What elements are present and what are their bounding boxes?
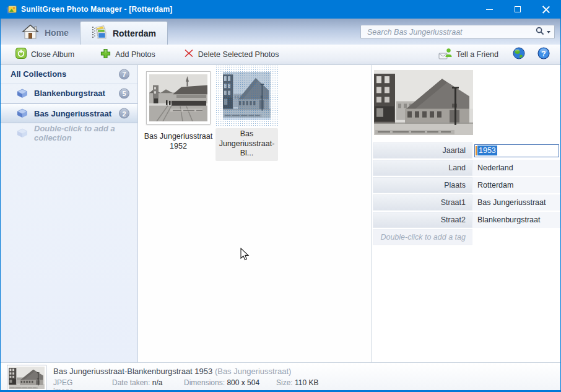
tag-value: Bas Jungeriusstraat (472, 194, 560, 211)
selection-overlay (215, 65, 278, 126)
date-taken-label: Date taken: (112, 378, 150, 387)
tag-table: Jaartal 1953 Land Nederland Plaats Rotte… (373, 142, 560, 246)
photo-1952-image (146, 71, 211, 124)
collections-sidebar: All Collections 7 Blankenburgstraat 5 (1, 65, 138, 362)
svg-text:?: ? (541, 50, 546, 58)
tag-name: Straat2 (373, 212, 472, 228)
minimize-button[interactable] (475, 0, 503, 19)
add-tag-hint-label: Double-click to add a tag (373, 229, 472, 245)
add-photos-button[interactable]: Add Photos (94, 46, 162, 64)
tag-value: Rotterdam (472, 177, 560, 193)
tag-name: Jaartal (373, 142, 472, 159)
home-icon (22, 24, 39, 42)
tag-row-straat1[interactable]: Straat1 Bas Jungeriusstraat (373, 194, 560, 211)
search-input[interactable] (367, 28, 536, 37)
close-album-label: Close Album (31, 50, 74, 59)
photo-thumbnail-1952[interactable]: Bas Jungeriusstraat 1952 (142, 71, 215, 151)
album-icon (92, 25, 107, 42)
delete-x-icon (184, 48, 194, 61)
tag-row-straat2[interactable]: Straat2 Blankenburgstraat (373, 212, 560, 228)
photo-1952-label: Bas Jungeriusstraat 1952 (142, 132, 215, 151)
add-photos-label: Add Photos (115, 50, 155, 59)
tell-a-friend-label: Tell a Friend (456, 50, 498, 59)
photo-1953-label: Bas Jungeriusstraat-Bl... (215, 128, 278, 161)
help-icon: ? (537, 47, 550, 62)
photo-grid: Bas Jungeriusstraat 1952 Bas Jungeriusst… (138, 65, 372, 362)
date-taken-value: n/a (152, 378, 163, 387)
status-collection-name: (Bas Jungeriusstraat) (215, 367, 292, 376)
search-box (360, 25, 555, 39)
collection-label: Blankenburgstraat (34, 89, 105, 98)
sidebar-item-bas-jungeriusstraat[interactable]: Bas Jungeriusstraat 2 (1, 103, 137, 123)
status-thumbnail-image (7, 365, 46, 391)
collection-icon (17, 89, 28, 98)
size-value: 110 KB (295, 378, 318, 387)
photo-thumbnail-1953-selected[interactable]: Bas Jungeriusstraat-Bl... (215, 65, 278, 161)
collection-icon-faded (17, 128, 28, 138)
toolbar: Close Album Add Photos Delete Selected P… (1, 45, 560, 65)
size-label: Size: (276, 378, 293, 387)
photo-details-panel: Jaartal 1953 Land Nederland Plaats Rotte… (372, 65, 560, 362)
tab-bar: Home Rotterdam (1, 19, 560, 45)
photo-preview-image (374, 70, 473, 137)
add-tag-hint-row[interactable]: Double-click to add a tag (373, 229, 560, 245)
sidebar-item-blankenburgstraat[interactable]: Blankenburgstraat 5 (1, 84, 137, 103)
tab-home[interactable]: Home (11, 21, 80, 45)
add-collection-hint-label: Double-click to add a collection (34, 124, 137, 142)
close-button[interactable] (532, 0, 560, 19)
status-format: JPEG image (53, 378, 74, 392)
maximize-icon (515, 6, 521, 12)
count-badge: 5 (119, 88, 129, 98)
tag-name: Straat1 (373, 194, 472, 211)
tab-rotterdam-label: Rotterdam (113, 28, 156, 38)
tab-home-label: Home (45, 28, 69, 38)
mouse-cursor (240, 248, 250, 264)
edit-caret (476, 146, 477, 155)
globe-icon (513, 47, 525, 62)
selected-text: 1953 (477, 146, 497, 155)
delete-selected-photos-button[interactable]: Delete Selected Photos (178, 46, 285, 63)
tab-rotterdam[interactable]: Rotterdam (80, 21, 168, 45)
help-button[interactable]: ? (533, 45, 554, 64)
web-button[interactable] (508, 45, 529, 64)
sidebar-item-all-collections[interactable]: All Collections 7 (1, 65, 137, 84)
add-collection-hint[interactable]: Double-click to add a collection (1, 123, 137, 143)
app-logo-icon (6, 4, 17, 14)
count-badge: 2 (119, 108, 129, 119)
status-photo-title: Bas Jungeriusstraat-Blankenburgstraat 19… (53, 367, 291, 376)
tag-name: Land (373, 160, 472, 176)
window-title: SunlitGreen Photo Manager - [Rotterdam] (21, 5, 172, 14)
tell-a-friend-button[interactable]: Tell a Friend (432, 45, 505, 64)
tag-row-plaats[interactable]: Plaats Rotterdam (373, 177, 560, 193)
collection-icon (17, 108, 28, 118)
count-badge: 7 (119, 69, 129, 79)
status-bar: Bas Jungeriusstraat-Blankenburgstraat 19… (1, 362, 560, 390)
dimensions-value: 800 x 504 (227, 378, 259, 387)
search-icon[interactable] (536, 27, 544, 38)
minimize-icon (486, 9, 493, 10)
delete-selected-photos-label: Delete Selected Photos (198, 50, 279, 59)
plus-icon (100, 48, 111, 61)
dimensions-label: Dimensions: (184, 378, 225, 387)
tag-name: Plaats (373, 177, 472, 193)
power-icon (15, 48, 27, 61)
collection-label: Bas Jungeriusstraat (34, 109, 111, 118)
close-icon (542, 6, 550, 13)
search-dropdown-arrow[interactable] (547, 31, 550, 33)
tag-value: Blankenburgstraat (472, 212, 560, 228)
app-window: SunlitGreen Photo Manager - [Rotterdam] … (0, 0, 561, 392)
tag-value-input[interactable]: 1953 (474, 144, 559, 157)
tag-row-jaartal[interactable]: Jaartal 1953 (373, 142, 560, 159)
title-bar: SunlitGreen Photo Manager - [Rotterdam] (1, 0, 560, 19)
all-collections-label: All Collections (11, 69, 66, 79)
tag-value: Nederland (472, 160, 560, 176)
maximize-button[interactable] (503, 0, 532, 19)
tag-row-land[interactable]: Land Nederland (373, 160, 560, 176)
close-album-button[interactable]: Close Album (9, 45, 80, 64)
tell-a-friend-icon (438, 48, 452, 62)
window-controls (475, 0, 560, 19)
